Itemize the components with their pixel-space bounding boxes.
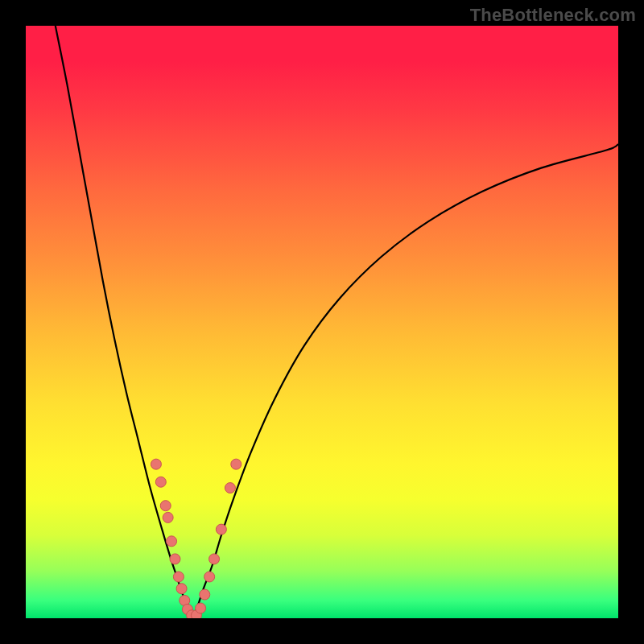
scatter-dot xyxy=(231,459,242,469)
watermark-text: TheBottleneck.com xyxy=(470,5,636,26)
scatter-dot xyxy=(155,477,166,487)
scatter-dot xyxy=(209,554,220,564)
scatter-dot xyxy=(163,512,173,522)
scatter-dot xyxy=(216,524,226,535)
scatter-dot xyxy=(225,483,235,493)
scatter-dot xyxy=(170,554,180,564)
scatter-dot xyxy=(167,536,177,547)
scatter-dot xyxy=(204,572,215,582)
scatter-dot xyxy=(200,589,210,600)
chart-frame: TheBottleneck.com xyxy=(0,0,644,644)
scatter-dot xyxy=(176,584,187,594)
scatter-dot xyxy=(173,572,184,582)
scatter-dot xyxy=(196,603,206,613)
right-curve xyxy=(193,144,618,618)
plot-area xyxy=(26,26,618,618)
left-curve xyxy=(56,26,193,618)
chart-svg xyxy=(26,26,618,618)
scatter-dot xyxy=(160,501,171,511)
scatter-dot xyxy=(151,459,161,469)
